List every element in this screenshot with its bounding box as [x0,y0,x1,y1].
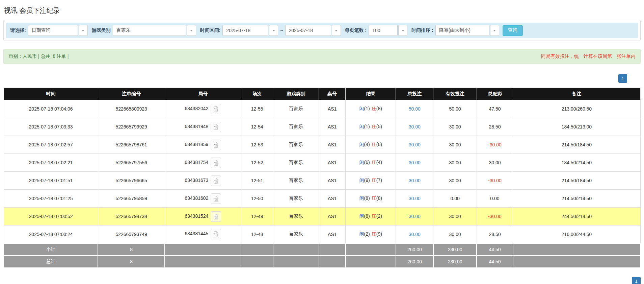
cell-remark: 216.00/244.50 [513,226,640,243]
cell-session: 12-50 [241,190,273,208]
cell-remark: 184.50/213.00 [513,118,640,136]
cell-game-type: 百家乐 [273,190,319,208]
video-replay-button[interactable] [211,158,221,168]
cell-game-type: 百家乐 [273,100,319,118]
table-row: 2025-07-18 07:01:25 522665795859 6343816… [4,190,640,208]
query-type-caret-button[interactable] [79,25,88,36]
summary-label: 总计 [4,256,98,268]
cell-session: 12-51 [241,172,273,190]
cell-bet-number: 522665795859 [98,190,165,208]
total-bet-link[interactable]: 50.00 [409,106,421,112]
cell-result: 闲(4)庄(6) [346,136,396,154]
cell-valid-bet: 0.00 [433,190,477,208]
table-summary-row: 总计 8 260.00 230.00 44.50 [4,256,640,268]
column-header: 局号 [165,88,241,100]
date-to-select[interactable]: 2025-07-18 [285,25,331,36]
video-replay-button[interactable] [211,104,221,114]
cell-valid-bet: 30.00 [433,208,477,226]
cell-remark: 184.50/214.50 [513,154,640,172]
chevron-down-icon [272,30,275,31]
cell-session: 12-52 [241,154,273,172]
table-row: 2025-07-18 07:00:52 522665794738 6343815… [4,208,640,226]
column-header: 总投注 [396,88,433,100]
cell-payout: 28.50 [477,226,513,243]
video-replay-button[interactable] [211,122,221,132]
cell-table-number: AS1 [319,172,346,190]
column-header: 游戏类别 [273,88,319,100]
total-bet-link[interactable]: 30.00 [409,160,421,165]
summary-valid-bet: 230.00 [433,243,477,256]
total-bet-link[interactable]: 30.00 [409,178,421,183]
video-replay-button[interactable] [211,193,221,204]
cell-valid-bet: 30.00 [433,226,477,243]
cell-bet-number: 522665794738 [98,208,165,226]
total-bet-link[interactable]: 30.00 [409,124,421,129]
page-size-select[interactable]: 100 [369,25,398,36]
cell-session: 12-49 [241,208,273,226]
cell-result: 闲(9)庄(7) [346,172,396,190]
cell-game-type: 百家乐 [273,118,319,136]
sort-order-caret-button[interactable] [490,25,499,36]
video-file-icon [213,142,219,148]
video-replay-button[interactable] [211,211,221,222]
cell-session: 12-54 [241,118,273,136]
total-bet-link[interactable]: 30.00 [409,232,421,237]
table-row: 2025-07-18 07:02:57 522665798761 6343818… [4,136,640,154]
game-type-label: 游戏类别 [92,27,111,33]
cell-payout: 47.50 [477,100,513,118]
cell-table-number: AS1 [319,208,346,226]
cell-game-type: 百家乐 [273,136,319,154]
filter-panel: 请选择: 日期查询 游戏类别 百家乐 时间区间: 2025-07-18 ~ 20… [3,20,641,41]
time-range-label: 时间区间: [200,27,221,33]
game-type-caret-button[interactable] [187,25,196,36]
cell-session: 12-53 [241,136,273,154]
cell-round-number: 634381602 [165,190,241,208]
cell-table-number: AS1 [319,190,346,208]
cell-time: 2025-07-18 07:01:25 [4,190,98,208]
page-1-button[interactable]: 1 [618,74,627,83]
cell-remark: 214.50/214.50 [513,190,640,208]
cell-time: 2025-07-18 07:01:51 [4,172,98,190]
cell-total-bet: 30.00 [396,154,433,172]
page-size-label: 每页笔数 : [345,27,367,33]
table-header: 时间注单编号局号场次游戏类别桌号结果总投注有效投注总派彩备注 [4,88,640,100]
search-button[interactable]: 查询 [503,25,523,36]
summary-count: 8 [98,256,165,268]
table-body: 2025-07-18 07:04:06 522665800923 6343820… [4,100,640,243]
chevron-down-icon [402,30,404,31]
cell-valid-bet: 30.00 [433,172,477,190]
cell-table-number: AS1 [319,136,346,154]
page-size-caret-button[interactable] [398,25,407,36]
cell-round-number: 634381948 [165,118,241,136]
date-from-caret-button[interactable] [269,25,278,36]
total-bet-link[interactable]: 30.00 [409,214,421,219]
chevron-down-icon [190,30,193,31]
chevron-down-icon [335,30,338,31]
video-replay-button[interactable] [211,175,221,186]
sort-order-select[interactable]: 降幂(由大到小) [435,25,489,36]
date-to-caret-button[interactable] [332,25,341,36]
table-summary-row: 小计 8 260.00 230.00 44.50 [4,243,640,256]
page-1-button-bottom[interactable]: 1 [632,277,641,284]
column-header: 注单编号 [98,88,165,100]
date-from-select[interactable]: 2025-07-18 [222,25,268,36]
column-header: 备注 [513,88,640,100]
cell-time: 2025-07-18 07:00:24 [4,226,98,243]
cell-game-type: 百家乐 [273,172,319,190]
cell-table-number: AS1 [319,118,346,136]
total-bet-link[interactable]: 30.00 [409,142,421,147]
cell-time: 2025-07-18 07:02:57 [4,136,98,154]
query-type-select[interactable]: 日期查询 [28,25,78,36]
cell-bet-number: 522665797556 [98,154,165,172]
video-replay-button[interactable] [211,140,221,150]
game-type-select[interactable]: 百家乐 [113,25,186,36]
cell-table-number: AS1 [319,100,346,118]
total-bet-link[interactable]: 30.00 [409,196,421,201]
video-replay-button[interactable] [211,229,221,239]
cell-result: 闲(1)庄(5) [346,118,396,136]
table-row: 2025-07-18 07:00:24 522665793749 6343814… [4,226,640,243]
summary-currency-total: 币别：人民币 | 总共 :8 注单 | [8,53,69,60]
cell-time: 2025-07-18 07:03:33 [4,118,98,136]
table-footer: 小计 8 260.00 230.00 44.50 总计 8 260.00 230… [4,243,640,268]
cell-valid-bet: 30.00 [433,154,477,172]
